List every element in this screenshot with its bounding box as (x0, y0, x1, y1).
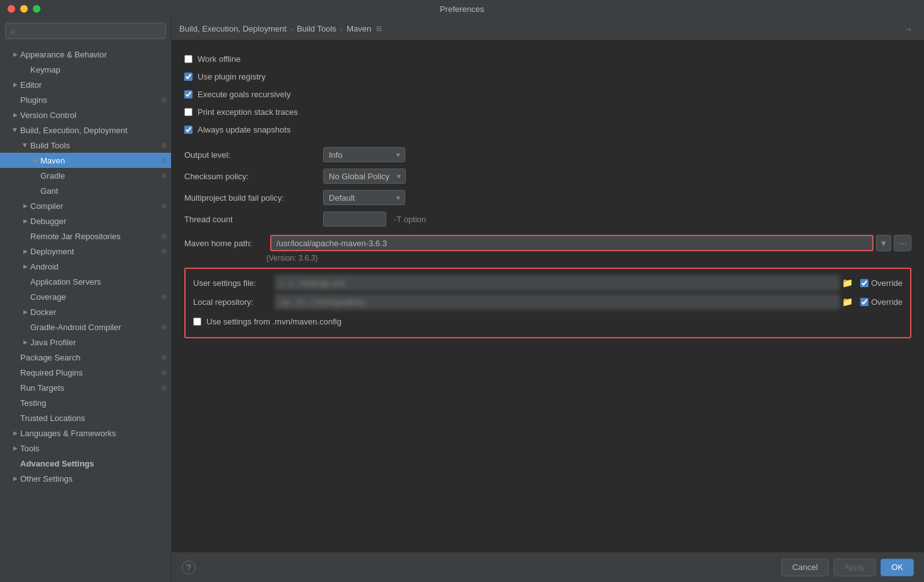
search-input[interactable] (19, 27, 160, 35)
nav-arrows: ← → (881, 23, 916, 35)
search-icon: ⌕ (11, 27, 15, 35)
maven-settings-section: User settings file: 📁 Override Local rep… (184, 268, 911, 338)
sidebar-item-plugins[interactable]: Plugins ⚙ (0, 92, 171, 107)
breadcrumb-build-execution: Build, Execution, Deployment (179, 24, 287, 33)
sidebar-item-debugger[interactable]: ▶ Debugger (0, 213, 171, 229)
sidebar-item-trusted-locations[interactable]: Trusted Locations (0, 410, 171, 425)
user-settings-file-browse-button[interactable]: 📁 (839, 278, 855, 288)
sidebar-item-tools[interactable]: ▶ Tools (0, 441, 171, 456)
sidebar-item-gradle-android[interactable]: Gradle-Android Compiler ⚙ (0, 319, 171, 335)
sidebar-item-package-search[interactable]: Package Search ⚙ (0, 350, 171, 365)
sidebar-item-coverage[interactable]: Coverage ⚙ (0, 289, 171, 304)
sidebar-item-android[interactable]: ▶ Android (0, 259, 171, 274)
maximize-button[interactable] (33, 5, 40, 13)
use-plugin-registry-row: Use plugin registry (184, 68, 911, 85)
sidebar-item-app-servers[interactable]: Application Servers (0, 274, 171, 289)
print-exception-checkbox[interactable] (184, 108, 192, 116)
user-settings-override-checkbox[interactable] (860, 279, 868, 287)
sidebar-item-maven[interactable]: ▶ Maven ⚙ (0, 153, 171, 168)
sidebar-item-gradle[interactable]: Gradle ⚙ (0, 168, 171, 183)
sidebar-item-remote-jar[interactable]: Remote Jar Repositories ⚙ (0, 229, 171, 244)
sidebar-item-build-tools[interactable]: ▶ Build Tools ⚙ (0, 138, 171, 153)
work-offline-label: Work offline (198, 54, 240, 64)
execute-goals-checkbox[interactable] (184, 90, 192, 98)
use-mvn-settings-label: Use settings from .mvn/maven.config (206, 317, 341, 326)
forward-arrow-icon[interactable]: → (900, 23, 916, 35)
breadcrumb-sep-1: › (289, 24, 294, 33)
sidebar-item-docker[interactable]: ▶ Docker (0, 304, 171, 319)
thread-count-label: Thread count (184, 215, 323, 224)
always-update-label: Always update snapshots (198, 125, 290, 134)
sidebar-item-gant[interactable]: Gant (0, 183, 171, 198)
maven-version-text: (Version: 3.6.3) (266, 254, 911, 263)
always-update-checkbox[interactable] (184, 126, 192, 134)
output-level-select[interactable]: Info Debug Warn Error (323, 147, 405, 162)
checksum-policy-dropdown-wrapper: No Global Policy Fail Warn Ignore ▼ (323, 169, 406, 184)
sidebar-item-version-control[interactable]: ▶ Version Control (0, 107, 171, 122)
local-repository-override-check: Override (860, 297, 903, 307)
cancel-button[interactable]: Cancel (781, 559, 828, 576)
maven-home-input[interactable] (270, 235, 874, 251)
breadcrumb-maven: Maven (346, 24, 371, 33)
multiproject-select[interactable]: Default Fail Fast Fail At End Never Fail (323, 190, 405, 205)
thread-count-control: -T option (323, 211, 426, 227)
user-settings-file-label: User settings file: (193, 278, 275, 288)
sidebar-item-java-profiler[interactable]: ▶ Java Profiler (0, 335, 171, 350)
use-plugin-registry-checkbox[interactable] (184, 73, 192, 81)
local-repository-override-checkbox[interactable] (860, 298, 868, 306)
expand-arrow-icon: ▶ (20, 337, 30, 347)
multiproject-row: Multiproject build fail policy: Default … (184, 188, 911, 207)
window-title: Preferences (440, 4, 484, 14)
minimize-button[interactable] (20, 5, 28, 13)
close-button[interactable] (8, 5, 15, 13)
content-body: Work offline Use plugin registry Execute… (172, 40, 924, 552)
expand-arrow-icon: ▶ (10, 428, 20, 438)
sidebar-item-advanced-settings[interactable]: Advanced Settings (0, 456, 171, 471)
search-box[interactable]: ⌕ (5, 23, 166, 39)
work-offline-checkbox[interactable] (184, 55, 192, 63)
use-mvn-settings-row: Use settings from .mvn/maven.config (193, 313, 903, 330)
execute-goals-row: Execute goals recursively (184, 86, 911, 102)
help-button[interactable]: ? (182, 561, 196, 574)
output-level-label: Output level: (184, 150, 323, 160)
output-level-dropdown-wrapper: Info Debug Warn Error ▼ (323, 147, 405, 162)
settings-icon: ⚙ (158, 155, 169, 165)
maven-home-label: Maven home path: (184, 239, 266, 248)
sidebar-item-languages-frameworks[interactable]: ▶ Languages & Frameworks (0, 425, 171, 441)
execute-goals-label: Execute goals recursively (198, 90, 290, 99)
local-repository-browse-button[interactable]: 📁 (839, 297, 855, 307)
expand-arrow-icon: ▶ (20, 140, 30, 150)
sidebar-item-keymap[interactable]: Keymap (0, 62, 171, 77)
settings-icon: ⚙ (158, 170, 169, 181)
expand-arrow-icon: ▶ (20, 307, 30, 317)
apply-button[interactable]: Apply (834, 559, 876, 576)
sidebar-item-editor[interactable]: ▶ Editor (0, 77, 171, 92)
sidebar-item-appearance[interactable]: ▶ Appearance & Behavior (0, 47, 171, 62)
settings-icon: ⚙ (158, 322, 169, 332)
local-repository-override-label: Override (871, 297, 903, 307)
local-repository-input[interactable] (275, 294, 839, 309)
sidebar-item-testing[interactable]: Testing (0, 395, 171, 410)
ok-button[interactable]: OK (880, 559, 914, 576)
user-settings-file-input[interactable] (275, 275, 839, 290)
use-mvn-settings-checkbox[interactable] (193, 318, 201, 326)
sidebar-item-deployment[interactable]: ▶ Deployment ⚙ (0, 244, 171, 259)
expand-arrow-icon: ▶ (20, 201, 30, 211)
sidebar-item-required-plugins[interactable]: Required Plugins ⚙ (0, 365, 171, 380)
maven-home-dropdown-icon[interactable]: ▼ (876, 235, 891, 251)
sidebar-item-build-execution[interactable]: ▶ Build, Execution, Deployment (0, 122, 171, 138)
checksum-policy-label: Checksum policy: (184, 172, 323, 181)
thread-count-input[interactable] (323, 211, 386, 227)
expand-arrow-icon: ▶ (10, 110, 20, 120)
expand-arrow-icon: ▶ (10, 49, 20, 59)
sidebar-item-compiler[interactable]: ▶ Compiler ⚙ (0, 198, 171, 213)
traffic-lights (8, 5, 40, 13)
user-settings-file-row: User settings file: 📁 Override (193, 275, 903, 290)
checksum-policy-select[interactable]: No Global Policy Fail Warn Ignore (323, 169, 406, 184)
sidebar-item-other-settings[interactable]: ▶ Other Settings (0, 471, 171, 486)
multiproject-control: Default Fail Fast Fail At End Never Fail… (323, 190, 405, 205)
back-arrow-icon[interactable]: ← (881, 23, 897, 35)
sidebar-item-run-targets[interactable]: Run Targets ⚙ (0, 380, 171, 395)
settings-icon: ⚙ (158, 292, 169, 302)
maven-home-browse-button[interactable]: ⋯ (894, 235, 911, 251)
